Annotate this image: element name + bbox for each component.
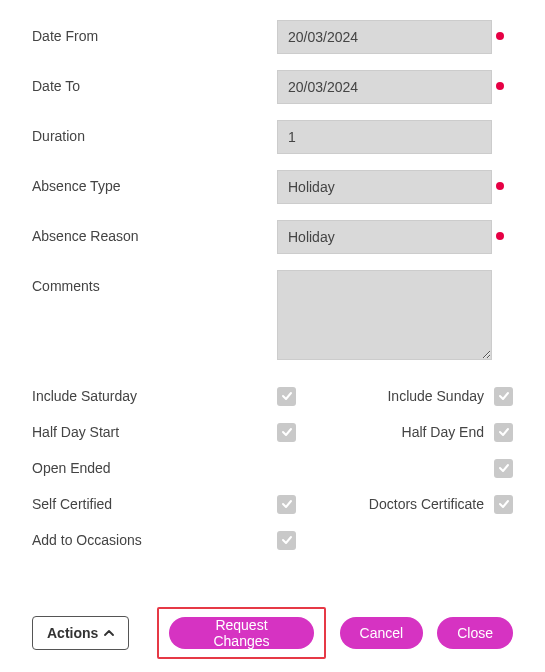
- field-wrap-absence-reason: [277, 220, 492, 254]
- half-day-end-checkbox[interactable]: [494, 423, 513, 442]
- field-wrap-comments: [277, 270, 492, 363]
- label-doctors-certificate: Doctors Certificate: [296, 496, 494, 512]
- label-duration: Duration: [32, 120, 277, 144]
- label-date-to: Date To: [32, 70, 277, 94]
- include-saturday-checkbox[interactable]: [277, 387, 296, 406]
- label-half-day-end: Half Day End: [296, 424, 494, 440]
- date-to-input[interactable]: [277, 70, 492, 104]
- label-absence-reason: Absence Reason: [32, 220, 277, 244]
- date-from-input[interactable]: [277, 20, 492, 54]
- label-include-sunday: Include Sunday: [296, 388, 494, 404]
- absence-form: Date From Date To Duration Absence Type …: [0, 0, 545, 585]
- label-open-ended: Open Ended: [32, 460, 277, 476]
- cancel-button[interactable]: Cancel: [340, 617, 424, 649]
- field-wrap-absence-type: [277, 170, 492, 204]
- close-button[interactable]: Close: [437, 617, 513, 649]
- label-self-certified: Self Certified: [32, 496, 277, 512]
- row-absence-reason: Absence Reason: [32, 220, 513, 254]
- chevron-up-icon: [104, 629, 114, 637]
- absence-reason-input[interactable]: [277, 220, 492, 254]
- required-indicator: [496, 182, 504, 190]
- row-absence-type: Absence Type: [32, 170, 513, 204]
- label-absence-type: Absence Type: [32, 170, 277, 194]
- row-half-day-start: Half Day Start Half Day End: [32, 421, 513, 443]
- label-add-to-occasions: Add to Occasions: [32, 532, 277, 548]
- request-changes-highlight: Request Changes: [157, 607, 325, 659]
- field-wrap-date-to: [277, 70, 492, 104]
- row-date-to: Date To: [32, 70, 513, 104]
- required-indicator: [496, 232, 504, 240]
- row-date-from: Date From: [32, 20, 513, 54]
- duration-input[interactable]: [277, 120, 492, 154]
- field-wrap-duration: [277, 120, 492, 154]
- label-include-saturday: Include Saturday: [32, 388, 277, 404]
- row-self-certified: Self Certified Doctors Certificate: [32, 493, 513, 515]
- half-day-start-checkbox[interactable]: [277, 423, 296, 442]
- row-duration: Duration: [32, 120, 513, 154]
- open-ended-checkbox[interactable]: [494, 459, 513, 478]
- row-add-to-occasions: Add to Occasions: [32, 529, 513, 551]
- label-half-day-start: Half Day Start: [32, 424, 277, 440]
- footer-actions: Actions Request Changes Cancel Close: [0, 607, 545, 672]
- self-certified-checkbox[interactable]: [277, 495, 296, 514]
- comments-textarea[interactable]: [277, 270, 492, 360]
- request-changes-button[interactable]: Request Changes: [169, 617, 313, 649]
- required-indicator: [496, 32, 504, 40]
- label-date-from: Date From: [32, 20, 277, 44]
- doctors-certificate-checkbox[interactable]: [494, 495, 513, 514]
- actions-button-label: Actions: [47, 625, 98, 641]
- row-comments: Comments: [32, 270, 513, 363]
- row-include-saturday: Include Saturday Include Sunday: [32, 385, 513, 407]
- label-comments: Comments: [32, 270, 277, 294]
- actions-button[interactable]: Actions: [32, 616, 129, 650]
- absence-type-input[interactable]: [277, 170, 492, 204]
- required-indicator: [496, 82, 504, 90]
- field-wrap-date-from: [277, 20, 492, 54]
- add-to-occasions-checkbox[interactable]: [277, 531, 296, 550]
- include-sunday-checkbox[interactable]: [494, 387, 513, 406]
- row-open-ended: Open Ended: [32, 457, 513, 479]
